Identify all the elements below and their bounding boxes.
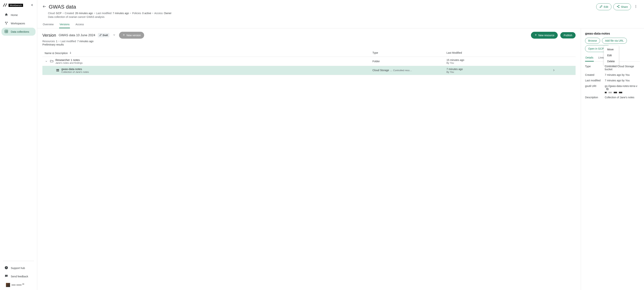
- collapse-sidebar-button[interactable]: [31, 3, 34, 7]
- col-name[interactable]: Name & Description: [45, 51, 372, 55]
- type-value: Controlled Cloud Storage bucket: [605, 65, 640, 71]
- user-chip[interactable]: [3, 281, 34, 288]
- details-panel: gwas-data-notes Browse Add file via URL …: [581, 28, 644, 290]
- created-label: Created: [585, 73, 603, 76]
- cloud-label: Cloud: [48, 12, 55, 15]
- new-resource-label: New resource: [538, 34, 554, 37]
- new-version-button: New version: [119, 32, 144, 39]
- expand-toggle[interactable]: [45, 60, 48, 63]
- sidebar-item-workspaces[interactable]: Workspaces: [2, 19, 36, 27]
- workspaces-icon: [4, 21, 8, 25]
- row-name: Researcher 1 notes: [56, 58, 82, 61]
- plus-icon: [534, 33, 537, 37]
- version-dropdown-button[interactable]: [112, 33, 116, 38]
- main: GWAS data Edit Share Cloud GCP • Created: [37, 0, 644, 290]
- sidebar-item-data-collections[interactable]: Data collections: [2, 28, 36, 36]
- logo-icon: [3, 3, 7, 7]
- share-button[interactable]: Share: [613, 3, 631, 10]
- modified-label: Last modified: [585, 79, 603, 82]
- menu-item-move[interactable]: Move: [604, 46, 619, 52]
- feedback-icon: !: [4, 274, 8, 279]
- sidebar-nav: Home Workspaces Data collections: [0, 10, 37, 261]
- meta-row: Cloud GCP • Created 26 minutes ago • Las…: [37, 11, 644, 15]
- kv-created: Created 7 minutes ago by You: [585, 72, 640, 78]
- version-modified-value: 7 minutes ago: [77, 40, 94, 43]
- table-header: Name & Description Type Last Modified: [42, 49, 576, 57]
- sidebar-item-home[interactable]: Home: [2, 11, 36, 19]
- svg-point-14: [636, 5, 636, 6]
- copy-uri-button[interactable]: [606, 88, 609, 91]
- sidebar: Workbench Home Workspaces Data collectio…: [0, 0, 37, 290]
- edit-button[interactable]: Edit: [596, 3, 612, 10]
- avatar: [6, 283, 10, 287]
- more-button[interactable]: [633, 3, 639, 10]
- resources-table: Name & Description Type Last Modified: [42, 49, 576, 75]
- draft-icon: [99, 34, 102, 37]
- col-modified[interactable]: Last Modified: [446, 51, 552, 55]
- svg-rect-25: [607, 88, 608, 90]
- header-actions: Edit Share: [596, 3, 639, 10]
- publish-label: Publish: [564, 34, 572, 37]
- type-label: Type: [585, 65, 603, 71]
- tab-versions[interactable]: Versions: [59, 21, 70, 28]
- svg-point-13: [619, 7, 619, 8]
- col-type[interactable]: Type: [372, 51, 446, 55]
- sidebar-item-feedback[interactable]: ! Send feedback: [2, 272, 36, 280]
- menu-item-delete[interactable]: Delete: [604, 58, 619, 64]
- sidebar-item-label: Data collections: [11, 30, 29, 33]
- tab-overview[interactable]: Overview: [42, 21, 54, 28]
- back-button[interactable]: [42, 4, 46, 9]
- publish-button[interactable]: Publish: [560, 32, 576, 38]
- version-meta: Resources 1 • Last modified 7 minutes ag…: [42, 40, 576, 43]
- browse-button[interactable]: Browse: [585, 38, 600, 44]
- menu-item-edit[interactable]: Edit: [604, 52, 619, 58]
- home-icon: [4, 13, 8, 17]
- user-name-redacted: [12, 284, 24, 286]
- version-heading: Version: [42, 33, 56, 38]
- sidebar-header: Workbench: [0, 2, 37, 10]
- kv-uri: gsutil URI gs://gwas-data-notes-terra-v: [585, 83, 640, 95]
- version-section: Version GWAS data 10 June 2024 Draft New…: [37, 28, 581, 290]
- version-header: Version GWAS data 10 June 2024 Draft New…: [42, 32, 576, 39]
- panel-title: gwas-data-notes: [585, 32, 640, 35]
- table-row[interactable]: Researcher 1 notes Jane's notes and find…: [42, 57, 576, 66]
- sidebar-item-label: Send feedback: [11, 275, 28, 278]
- access-label: Access: [154, 12, 163, 15]
- modified-value: 7 minutes ago by You: [605, 79, 640, 82]
- sidebar-item-label: Home: [11, 13, 18, 16]
- tab-access[interactable]: Access: [75, 21, 84, 28]
- collection-description: Data collection of ovarian cancer GWAS a…: [37, 15, 644, 21]
- brand-name: Workbench: [8, 4, 23, 7]
- resources-label: Resources: [42, 40, 55, 43]
- policies-value: 0 active: [142, 12, 151, 15]
- modified-label: Last modified: [96, 12, 112, 15]
- cloud-value: GCP: [56, 12, 62, 15]
- edit-icon: [599, 5, 603, 9]
- row-description: Jane's notes and findings: [56, 61, 82, 64]
- svg-point-21: [57, 71, 57, 71]
- svg-rect-19: [56, 70, 59, 71]
- row-modified-by: By You: [446, 71, 552, 73]
- version-description: Preliminary results: [42, 43, 576, 46]
- row-name: gwas-data-notes: [61, 67, 89, 71]
- sidebar-item-support[interactable]: ? Support hub: [2, 264, 36, 272]
- table-row[interactable]: gwas-data-notes Collection of Jane's not…: [42, 66, 576, 75]
- add-file-url-button[interactable]: Add file via URL: [602, 38, 627, 44]
- modified-value: 7 minutes ago: [113, 12, 129, 15]
- new-version-label: New version: [126, 34, 141, 37]
- panel-tab-details[interactable]: Details: [585, 54, 594, 61]
- svg-text:!: !: [6, 275, 7, 277]
- policies-label: Policies: [132, 12, 141, 15]
- sort-down-icon: [69, 51, 72, 55]
- svg-rect-18: [56, 69, 59, 70]
- share-icon: [616, 5, 620, 9]
- svg-marker-0: [3, 3, 5, 7]
- sidebar-item-label: Workspaces: [11, 22, 25, 25]
- kv-modified: Last modified 7 minutes ago by You: [585, 78, 640, 83]
- row-type-line2: Controlled reso…: [393, 69, 412, 72]
- uri-value: gs://gwas-data-notes-terra-v: [605, 84, 637, 87]
- row-open-button[interactable]: [552, 69, 556, 72]
- version-name: GWAS data 10 June 2024: [58, 33, 95, 37]
- new-resource-button[interactable]: New resource: [531, 32, 558, 39]
- panel-more-menu: Move Edit Delete: [604, 45, 619, 65]
